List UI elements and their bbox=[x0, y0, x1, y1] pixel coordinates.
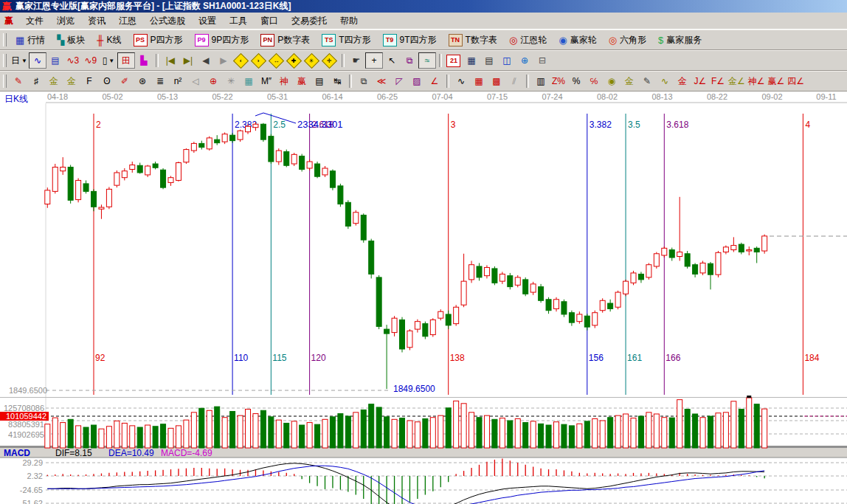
fan-box-tool-button[interactable]: ◸ bbox=[390, 73, 408, 89]
pointer-zoom-tool-button[interactable]: ↖ bbox=[383, 52, 401, 69]
menu-item-浏览[interactable]: 浏览 bbox=[50, 13, 81, 29]
toolbar-sectors-button[interactable]: ▚板块 bbox=[51, 32, 91, 48]
ying-grid-tool-button[interactable]: 赢 bbox=[293, 73, 311, 89]
gann-grid-toggle-button[interactable]: 田 bbox=[117, 52, 135, 69]
toolbar-p-square-button[interactable]: PSP四方形 bbox=[128, 32, 189, 48]
red-grid-tool-button[interactable]: ▦ bbox=[470, 73, 488, 89]
zoom-in-button[interactable]: ✚ bbox=[286, 52, 303, 69]
arrows-h-tool-button[interactable]: ↹ bbox=[328, 73, 346, 89]
menu-item-窗口[interactable]: 窗口 bbox=[254, 13, 285, 29]
volume-profile-button[interactable]: ▙ bbox=[135, 52, 153, 69]
gold-angle-tool-button[interactable]: 金∠ bbox=[727, 73, 747, 89]
toolbar-t-square-button[interactable]: TST四方形 bbox=[316, 32, 376, 48]
pen-note-tool-button[interactable]: ✎ bbox=[638, 73, 656, 89]
n2-tool-button[interactable]: n² bbox=[169, 73, 187, 89]
zoom-all-button[interactable]: ✛ bbox=[321, 52, 339, 69]
webbox-tool-button[interactable]: ▦ bbox=[240, 73, 257, 89]
menu-item-江恩[interactable]: 江恩 bbox=[112, 13, 143, 29]
toolbar-p-number-table-button[interactable]: PNP数字表 bbox=[255, 32, 316, 48]
calculator-tool-button[interactable]: ▦ bbox=[463, 52, 480, 69]
fan-tool-button[interactable]: ≪ bbox=[373, 73, 390, 89]
menu-item-工具[interactable]: 工具 bbox=[223, 13, 254, 29]
toolbar-grip[interactable] bbox=[3, 75, 7, 88]
toolbar-grip[interactable] bbox=[3, 33, 7, 46]
candle-style-selector-dropdown-arrow-icon[interactable]: ▼ bbox=[108, 58, 114, 64]
toolbar-t-number-table-button[interactable]: TNT数字表 bbox=[443, 32, 503, 48]
mwave-tool-button[interactable]: M″ bbox=[257, 73, 275, 89]
ma-3-button[interactable]: ∿3 bbox=[64, 52, 82, 69]
flag-tool-button[interactable]: ◁ bbox=[187, 73, 204, 89]
pen2-tool-button[interactable]: ✐ bbox=[116, 73, 134, 89]
pen-tool-button[interactable]: ✎ bbox=[10, 73, 27, 89]
window-split-tool-button[interactable]: ⧉ bbox=[401, 52, 418, 69]
menu-logo-icon[interactable]: 赢 bbox=[0, 15, 19, 27]
kline-chart-canvas[interactable]: 04-1805-0205-1305-2205-3106-1406-2507-04… bbox=[0, 92, 847, 504]
toolbar-9p-square-button[interactable]: P99P四方形 bbox=[189, 32, 255, 48]
gold-circle-tool-button[interactable]: ◉ bbox=[603, 73, 620, 89]
slashes-tool-button[interactable]: ⫽ bbox=[505, 73, 523, 89]
nav-last-button[interactable]: ▶| bbox=[179, 52, 197, 69]
menu-item-设置[interactable]: 设置 bbox=[192, 13, 223, 29]
ruler123-tool-button[interactable]: ▤ bbox=[311, 73, 328, 89]
shen-grid-tool-button[interactable]: 神 bbox=[275, 73, 293, 89]
toolbar-quotes-button[interactable]: ▦行情 bbox=[10, 32, 51, 48]
menu-item-资讯[interactable]: 资讯 bbox=[81, 13, 112, 29]
quote-board-button[interactable]: ▤ bbox=[46, 52, 64, 69]
app-icon[interactable]: 赢 bbox=[2, 1, 12, 12]
compass-tool-button[interactable]: ⊛ bbox=[134, 73, 151, 89]
pct-lines-tool-button[interactable]: ℅ bbox=[585, 73, 603, 89]
menu-item-交易委托[interactable]: 交易委托 bbox=[285, 13, 333, 29]
ruler-grid-tool-button[interactable]: ♯ bbox=[27, 73, 45, 89]
red-grid2-tool-button[interactable]: ▩ bbox=[488, 73, 505, 89]
gold-grid2-tool-button[interactable]: 金 bbox=[63, 73, 80, 89]
f-angle-tool-button[interactable]: F∠ bbox=[709, 73, 727, 89]
memo-tool-button[interactable]: ▤ bbox=[480, 52, 498, 69]
zoom-horizontal-button[interactable]: ↔ bbox=[268, 52, 286, 69]
gold-lines-tool-button[interactable]: 金 bbox=[620, 73, 638, 89]
pct-tool-button[interactable]: % bbox=[567, 73, 585, 89]
ying-angle-tool-button[interactable]: 赢∠ bbox=[767, 73, 786, 89]
candle-style-selector-button[interactable]: ▯▼ bbox=[100, 52, 117, 69]
gold-underline-tool-button[interactable]: 金 bbox=[674, 73, 691, 89]
wave2-tool-button[interactable]: ∿ bbox=[452, 73, 470, 89]
period-day-selector-button[interactable]: 日▼ bbox=[10, 52, 29, 69]
box-tool-button[interactable]: ⧉ bbox=[355, 73, 373, 89]
nav-prev-button[interactable]: ◀ bbox=[197, 52, 215, 69]
target-tool-button[interactable]: ⊕ bbox=[204, 73, 222, 89]
toolbar-hexagon-button[interactable]: ◎六角形 bbox=[603, 32, 652, 48]
zoom-right-button[interactable]: › bbox=[250, 52, 268, 69]
f-grid-tool-button[interactable]: F bbox=[80, 73, 98, 89]
starweb-tool-button[interactable]: ✳ bbox=[222, 73, 240, 89]
toolbar-winner-service-button[interactable]: $赢家服务 bbox=[652, 32, 708, 48]
menu-item-文件[interactable]: 文件 bbox=[19, 13, 50, 29]
ma-9-button[interactable]: ∿9 bbox=[82, 52, 100, 69]
toolbar-grip[interactable] bbox=[3, 54, 7, 67]
network-tool-button[interactable]: ⊕ bbox=[516, 52, 533, 69]
si-angle-tool-button[interactable]: 四∠ bbox=[786, 73, 806, 89]
menu-item-帮助[interactable]: 帮助 bbox=[333, 13, 364, 29]
nav-next-button[interactable]: ▶ bbox=[215, 52, 232, 69]
gong-wave-tool-button[interactable]: ∿ bbox=[656, 73, 674, 89]
zigzag-tool-button[interactable]: ∿ bbox=[29, 52, 46, 69]
pct-bars-tool-button[interactable]: ▥ bbox=[532, 73, 550, 89]
zoom-out-button[interactable]: ✳ bbox=[303, 52, 321, 69]
gold-grid-tool-button[interactable]: 金 bbox=[45, 73, 63, 89]
nav-first-button[interactable]: |◀ bbox=[162, 52, 179, 69]
toolbar-9t-square-button[interactable]: T99T四方形 bbox=[377, 32, 443, 48]
toolbar-winner-wheel-button[interactable]: ◉赢家轮 bbox=[553, 32, 602, 48]
angle-lines-tool-button[interactable]: ∠ bbox=[426, 73, 443, 89]
box-diag-tool-button[interactable]: ▨ bbox=[408, 73, 426, 89]
spiral-tool-button[interactable]: ʘ bbox=[98, 73, 116, 89]
title-bar[interactable]: 赢 赢家江恩专业版[赢家内部服务平台] - [上证指数 SH1A0001-123… bbox=[0, 0, 847, 13]
shen-angle-tool-button[interactable]: 神∠ bbox=[747, 73, 767, 89]
print-tool-button[interactable]: ⊟ bbox=[533, 52, 551, 69]
calendar-tool-button[interactable]: 21 bbox=[445, 52, 463, 69]
j-angle-tool-button[interactable]: J∠ bbox=[691, 73, 709, 89]
save-tool-button[interactable]: ◫ bbox=[498, 52, 516, 69]
crosshair-tool-button[interactable]: + bbox=[365, 52, 383, 69]
hand-tool-button[interactable]: ☛ bbox=[348, 52, 365, 69]
ruler-h-tool-button[interactable]: ≣ bbox=[151, 73, 169, 89]
toolbar-gann-wheel-button[interactable]: ◎江恩轮 bbox=[503, 32, 553, 48]
zoom-left-button[interactable]: ‹ bbox=[232, 52, 250, 69]
z-pct-tool-button[interactable]: Z% bbox=[550, 73, 567, 89]
